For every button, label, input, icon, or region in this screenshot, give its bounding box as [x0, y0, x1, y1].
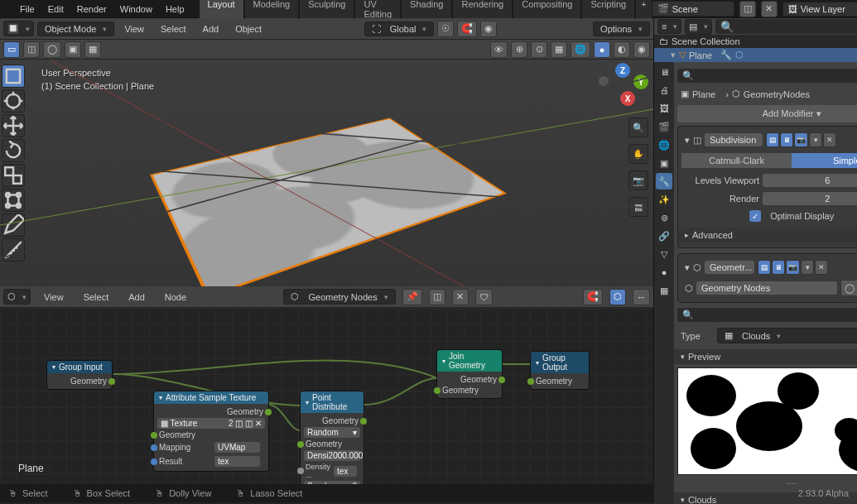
ptab-world-icon[interactable]: 🌐 — [656, 137, 672, 153]
tex-search[interactable]: 🔍 — [677, 308, 857, 322]
nodetree-browse-icon[interactable]: ◯ — [840, 280, 857, 296]
outliner-type[interactable]: ≡ — [657, 19, 681, 34]
vp-menu-object[interactable]: Object — [229, 22, 268, 36]
axis-z-icon[interactable]: Z — [615, 63, 630, 78]
levels-viewport-field[interactable]: 6 — [763, 174, 857, 187]
mod-vis-real-icon[interactable]: 🖥 — [780, 132, 793, 147]
camera-view-icon[interactable]: 📷 — [628, 170, 648, 190]
orientation-dropdown[interactable]: ⛶ Global — [364, 22, 435, 36]
menu-window[interactable]: Window — [113, 2, 159, 17]
ne-overlay-icon[interactable]: ⬡ — [609, 289, 626, 305]
select-lasso-icon[interactable]: ◫ — [23, 41, 40, 58]
scene-del-icon[interactable]: ✕ — [761, 1, 778, 17]
tool-annotate[interactable] — [2, 214, 25, 237]
node-header[interactable]: Point Distribute — [301, 391, 364, 413]
preview-panel-head[interactable]: Preview — [674, 349, 857, 364]
ne-menu-select[interactable]: Select — [77, 290, 116, 305]
ne-menu-add[interactable]: Add — [122, 290, 152, 305]
mod-name-field[interactable]: Subdivision — [705, 133, 763, 146]
menu-edit[interactable]: Edit — [41, 2, 70, 17]
ptab-texture-icon[interactable]: ▦ — [656, 282, 672, 299]
mod-vis-render-icon[interactable]: 📷 — [794, 132, 808, 147]
mod-vis-edit-icon[interactable]: ▤ — [758, 260, 771, 275]
mod-delete-icon[interactable]: ✕ — [823, 132, 836, 147]
vp-menu-view[interactable]: View — [118, 22, 151, 36]
seed-field[interactable]: Seed0 — [304, 481, 360, 484]
add-modifier-button[interactable]: Add Modifier ▾ — [677, 105, 857, 122]
node-editor-type[interactable]: ⬡ — [3, 289, 31, 305]
node-header[interactable]: Group Output — [531, 352, 589, 373]
select-invert-icon[interactable]: ▣ — [65, 41, 81, 58]
xray-icon[interactable]: ▦ — [551, 41, 567, 58]
mod-vis-render-icon[interactable]: 📷 — [786, 260, 800, 275]
node-attr-sample-texture[interactable]: Attribute Sample Texture Geometry ▦ Text… — [153, 391, 269, 472]
tool-select-box[interactable] — [2, 65, 25, 88]
viewlayer-field[interactable]: 🖼View Layer — [782, 2, 857, 17]
density-attr-field[interactable]: tex — [334, 466, 357, 477]
ptab-viewlayer-icon[interactable]: 🖼 — [656, 100, 672, 117]
result-field[interactable]: tex — [214, 456, 260, 467]
ptab-object-icon[interactable]: ▣ — [656, 155, 672, 171]
prop-search[interactable]: 🔍 — [677, 69, 857, 83]
node-canvas[interactable]: Group Input Geometry Attribute Sample Te… — [0, 308, 653, 484]
geonodes-icon[interactable]: ⬡ — [735, 50, 744, 60]
3d-viewport[interactable]: 🔲 Object Mode View Select Add Object ⛶ G… — [0, 18, 653, 286]
nodetree-pin-icon[interactable]: 📌 — [402, 289, 422, 305]
node-header[interactable]: Group Input — [47, 361, 112, 373]
axis-neg-icon[interactable] — [599, 76, 609, 86]
ptab-output-icon[interactable]: 🖨 — [656, 82, 672, 98]
optimal-display-check[interactable]: ✓ — [749, 210, 761, 222]
scene-field[interactable]: 🎬Scene — [652, 1, 734, 17]
select-tool-icon[interactable]: ▭ — [3, 41, 20, 58]
ptab-constraints-icon[interactable]: 🔗 — [656, 228, 672, 244]
ne-menu-view[interactable]: View — [37, 290, 70, 305]
mod-delete-icon[interactable]: ✕ — [815, 260, 828, 275]
node-group-input[interactable]: Group Input Geometry — [46, 360, 113, 390]
geometry-node-editor[interactable]: ⬡ View Select Add Node ⬡ Geometry Nodes … — [0, 286, 653, 484]
menu-render[interactable]: Render — [70, 2, 113, 17]
tool-cursor[interactable] — [2, 89, 25, 113]
pivot-button[interactable]: ☉ — [437, 21, 454, 37]
outliner-root[interactable]: 🗀Scene Collection — [654, 35, 857, 48]
tool-move[interactable] — [2, 114, 25, 137]
nodetree-del-icon[interactable]: ✕ — [452, 289, 469, 305]
tool-rotate[interactable] — [2, 139, 25, 162]
scene-new-icon[interactable]: ◫ — [739, 1, 756, 17]
ne-arrow-icon[interactable]: ↔ — [633, 289, 650, 305]
tex-type-dropdown[interactable]: ▦ Clouds — [717, 328, 857, 343]
dist-mode-field[interactable]: Random▾ — [304, 427, 360, 438]
node-tree-selector[interactable]: ⬡ Geometry Nodes — [283, 289, 395, 305]
node-group-output[interactable]: Group Output Geometry — [530, 351, 590, 390]
nav-gizmo[interactable]: Z Y X — [602, 65, 643, 106]
outliner-display[interactable]: ▤ — [685, 19, 712, 35]
ptab-data-icon[interactable]: ▽ — [656, 246, 672, 262]
mod-vis-real-icon[interactable]: 🖥 — [772, 260, 785, 275]
node-join-geometry[interactable]: Join Geometry Geometry Geometry — [436, 349, 503, 399]
vp-menu-add[interactable]: Add — [196, 22, 226, 36]
select-circle-icon[interactable]: ◯ — [43, 41, 61, 58]
node-header[interactable]: Attribute Sample Texture — [154, 391, 268, 404]
subdiv-type-toggle[interactable]: Catmull-ClarkSimple — [681, 153, 857, 168]
shade-wire-icon[interactable]: 🌐 — [571, 41, 590, 58]
texture-field[interactable]: ▦ Texture2 ◫ ◫ ✕ — [157, 418, 265, 429]
tool-scale[interactable] — [2, 164, 25, 187]
zoom-icon[interactable]: 🔍 — [628, 118, 648, 137]
tool-measure[interactable] — [2, 238, 25, 262]
ptab-particles-icon[interactable]: ✨ — [656, 191, 672, 208]
axis-x-icon[interactable]: X — [620, 91, 635, 106]
mapping-field[interactable]: UVMap — [214, 442, 260, 453]
mode-dropdown[interactable]: Object Mode — [37, 22, 114, 36]
proportional-edit-button[interactable]: ◉ — [480, 21, 497, 37]
menu-help[interactable]: Help — [159, 2, 191, 17]
ptab-render-icon[interactable]: 🖥 — [656, 64, 672, 80]
modifier-wrench-icon[interactable]: 🔧 — [720, 50, 732, 60]
ptab-scene-icon[interactable]: 🎬 — [656, 118, 672, 135]
mod-vis-edit-icon[interactable]: ▤ — [766, 132, 779, 147]
persp-ortho-icon[interactable]: ▦ — [628, 197, 648, 217]
view-camera-icon[interactable]: 👁 — [490, 41, 508, 58]
mod-extra-icon[interactable]: ▾ — [801, 260, 814, 275]
options-dropdown[interactable]: Options — [593, 22, 650, 36]
subdiv-advanced-panel[interactable]: Advanced — [678, 228, 857, 242]
gizmo-toggle-icon[interactable]: ⊕ — [511, 41, 527, 58]
outliner[interactable]: 🗀Scene Collection ▾ ▽ Plane 🔧 ⬡ ▶ 👁 📷 — [654, 35, 857, 62]
